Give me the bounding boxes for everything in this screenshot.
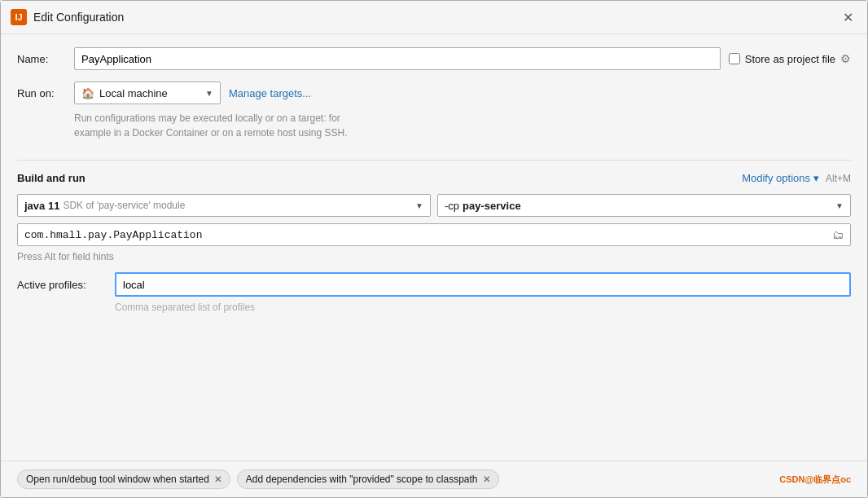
dialog-title: Edit Configuration (33, 11, 831, 24)
local-machine-label: Local machine (99, 87, 168, 99)
run-on-label: Run on: (17, 87, 66, 99)
dropdown-arrow: ▼ (205, 89, 213, 98)
sdk-row: java 11 SDK of 'pay-service' module ▼ -c… (17, 194, 851, 217)
tag-run-debug-label: Open run/debug tool window when started (26, 474, 209, 485)
hint-line1: Run configurations may be executed local… (74, 112, 340, 124)
store-row: Store as project file ⚙ (729, 52, 851, 65)
field-hint: Press Alt for field hints (17, 251, 851, 262)
hint-line2: example in a Docker Container or on a re… (74, 127, 348, 139)
separator (17, 160, 851, 161)
close-button[interactable]: ✕ (838, 7, 857, 27)
profiles-input[interactable] (115, 272, 851, 297)
sdk-dropdown[interactable]: java 11 SDK of 'pay-service' module ▼ (17, 194, 431, 217)
app-icon: IJ (11, 9, 27, 25)
build-and-run-header: Build and run Modify options ▾ Alt+M (17, 172, 851, 184)
name-row: Name: Store as project file ⚙ (17, 47, 851, 70)
tag-dependencies-label: Add dependencies with "provided" scope t… (246, 474, 478, 485)
name-input[interactable] (74, 47, 721, 70)
profiles-label: Active profiles: (17, 279, 107, 291)
gear-icon[interactable]: ⚙ (840, 52, 851, 65)
tag-run-debug: Open run/debug tool window when started … (17, 469, 230, 489)
browse-icon[interactable]: 🗂 (832, 228, 844, 241)
bottom-tags: Open run/debug tool window when started … (1, 461, 867, 497)
cp-name: pay-service (462, 200, 521, 212)
classpath-dropdown[interactable]: -cp pay-service ▼ (437, 194, 851, 217)
main-class-input[interactable] (24, 229, 827, 241)
sdk-version: java 11 (24, 200, 59, 212)
store-as-project-checkbox[interactable] (729, 53, 740, 64)
run-on-row: Run on: 🏠 Local machine ▼ Manage targets… (17, 82, 851, 104)
sdk-module: SDK of 'pay-service' module (63, 200, 185, 211)
cp-dropdown-arrow: ▼ (835, 201, 844, 210)
watermark: CSDN@临界点oc (779, 474, 851, 486)
manage-targets-link[interactable]: Manage targets... (229, 87, 311, 99)
dialog-content: Name: Store as project file ⚙ Run on: 🏠 … (1, 34, 867, 461)
chevron-down-icon: ▾ (813, 172, 819, 184)
main-class-row: 🗂 (17, 223, 851, 246)
profiles-hint: Comma separated list of profiles (115, 302, 851, 313)
profiles-row: Active profiles: (17, 272, 851, 297)
run-on-hint: Run configurations may be executed local… (74, 111, 851, 140)
cp-flag: -cp (445, 200, 459, 212)
tag-dependencies-close[interactable]: ✕ (483, 474, 490, 485)
tag-dependencies: Add dependencies with "provided" scope t… (237, 469, 499, 489)
tag-run-debug-close[interactable]: ✕ (214, 474, 221, 485)
edit-configuration-dialog: IJ Edit Configuration ✕ Name: Store as p… (0, 0, 868, 498)
modify-shortcut: Alt+M (826, 173, 851, 184)
section-title: Build and run (17, 172, 85, 184)
name-label: Name: (17, 53, 66, 65)
home-icon: 🏠 (81, 87, 94, 99)
store-label: Store as project file (745, 53, 835, 65)
sdk-dropdown-arrow: ▼ (415, 201, 423, 210)
modify-options-button[interactable]: Modify options ▾ Alt+M (742, 172, 851, 184)
local-machine-dropdown[interactable]: 🏠 Local machine ▼ (74, 82, 221, 104)
title-bar: IJ Edit Configuration ✕ (1, 1, 867, 34)
modify-options-label: Modify options (742, 172, 810, 184)
